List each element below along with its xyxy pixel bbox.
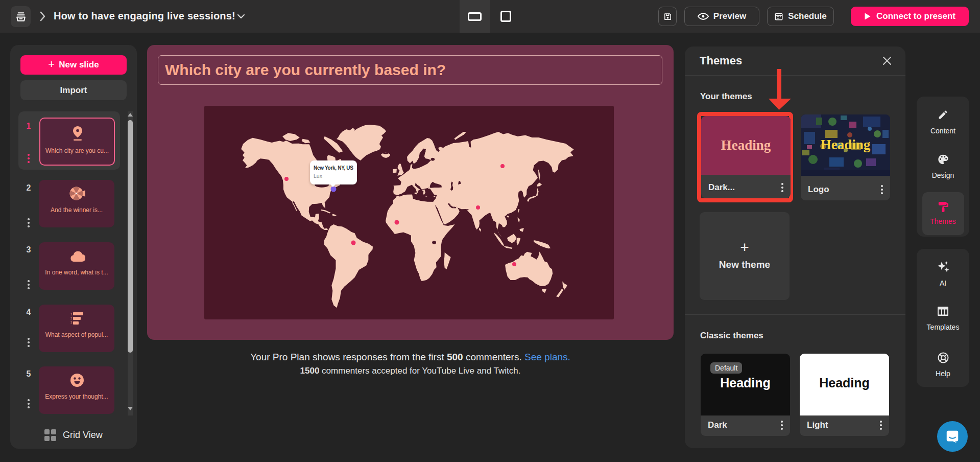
svg-text:3: 3 <box>70 321 73 324</box>
svg-text:1: 1 <box>70 313 73 316</box>
svg-text:2: 2 <box>70 317 73 320</box>
